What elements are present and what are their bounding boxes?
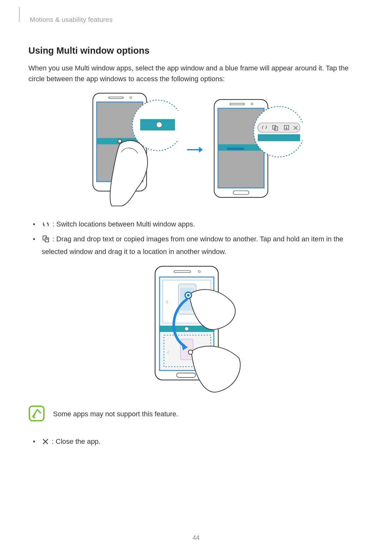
svg-rect-19 <box>227 148 244 150</box>
svg-rect-24 <box>258 134 300 141</box>
note-row: Some apps may not support this feature. <box>28 405 364 423</box>
svg-marker-28 <box>43 225 45 226</box>
bullet-drag: : Drag and drop text or copied images fr… <box>39 233 364 258</box>
breadcrumb: Motions & usability features <box>30 16 364 23</box>
intro-paragraph: When you use Multi window apps, select t… <box>28 63 364 84</box>
drag-content-icon <box>42 234 49 246</box>
phone-illustration-right <box>211 97 303 202</box>
svg-marker-29 <box>47 222 48 223</box>
illustration-row-1 <box>28 91 364 209</box>
bullet-close: : Close the app. <box>39 436 364 448</box>
svg-point-51 <box>188 350 193 354</box>
svg-rect-44 <box>180 339 193 360</box>
bullet-drag-text: : Drag and drop text or copied images fr… <box>42 235 343 256</box>
svg-rect-31 <box>45 238 49 242</box>
close-icon <box>42 437 49 448</box>
manual-page: Motions & usability features Using Multi… <box>0 0 392 554</box>
arrow-right-icon <box>186 146 203 154</box>
options-bullet-list: : Switch locations between Multi window … <box>28 218 364 257</box>
section-heading: Using Multi window options <box>28 45 364 56</box>
illustration-drag-drop: ‹ › ‹ › <box>28 263 364 396</box>
page-number: 44 <box>0 534 392 541</box>
phone-illustration-left <box>90 91 178 209</box>
svg-marker-13 <box>199 147 203 153</box>
svg-rect-23 <box>258 123 300 132</box>
svg-point-11 <box>118 139 122 143</box>
svg-point-50 <box>187 294 190 297</box>
bullet-switch: : Switch locations between Multi window … <box>39 218 364 231</box>
close-bullet-list: : Close the app. <box>28 436 364 448</box>
note-icon <box>28 405 45 423</box>
note-text: Some apps may not support this feature. <box>53 409 178 419</box>
switch-icon <box>42 219 49 231</box>
bullet-switch-text: : Switch locations between Multi window … <box>51 220 195 228</box>
bullet-close-text: : Close the app. <box>50 437 100 445</box>
svg-rect-52 <box>29 406 44 421</box>
svg-text:‹: ‹ <box>166 297 168 306</box>
svg-text:‹: ‹ <box>167 348 169 355</box>
svg-point-42 <box>185 327 189 331</box>
svg-point-10 <box>156 122 162 128</box>
header-rule <box>19 7 20 22</box>
